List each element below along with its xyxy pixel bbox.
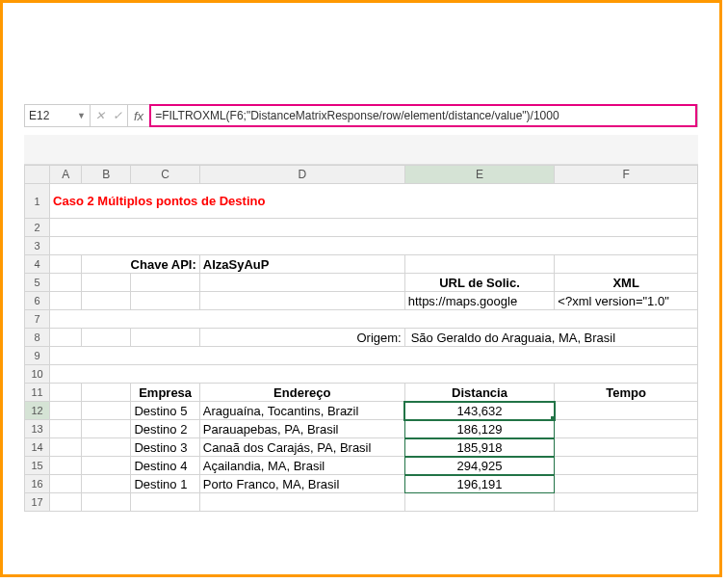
cell-empresa[interactable]: Destino 3 <box>131 438 199 457</box>
row-header-2[interactable]: 2 <box>25 219 50 237</box>
row-header-1[interactable]: 1 <box>25 184 50 219</box>
formula-enter-icon[interactable]: ✓ <box>113 109 122 122</box>
row-header-12[interactable]: 12 <box>25 402 50 420</box>
cell-endereco[interactable]: Araguaína, Tocantins, Brazil <box>199 402 404 420</box>
cell-empresa[interactable]: Destino 4 <box>131 457 199 475</box>
row-11-headers: 11 Empresa Endereço Distancia Tempo <box>25 384 698 402</box>
th-distancia[interactable]: Distancia <box>404 384 555 402</box>
col-header-F[interactable]: F <box>555 166 698 184</box>
sheet-title[interactable]: Caso 2 Múltiplos pontos de Destino <box>50 184 698 219</box>
row-header-14[interactable]: 14 <box>25 438 50 457</box>
th-endereco[interactable]: Endereço <box>199 384 404 402</box>
cell-distancia[interactable]: 185,918 <box>404 438 555 457</box>
col-header-D[interactable]: D <box>199 166 404 184</box>
cell-endereco[interactable]: Porto Franco, MA, Brasil <box>199 475 404 493</box>
ribbon-gap <box>24 135 698 165</box>
row-header-11[interactable]: 11 <box>25 384 50 402</box>
fill-handle-icon[interactable] <box>551 416 555 420</box>
formula-input[interactable]: =FILTROXML(F6;"DistanceMatrixResponse/ro… <box>149 104 697 127</box>
formula-cancel-icon[interactable]: ✕ <box>95 109 105 122</box>
cell-empresa[interactable]: Destino 2 <box>131 420 199 438</box>
api-key[interactable]: AIzaSyAuP <box>199 255 404 274</box>
cell-endereco[interactable]: Parauapebas, PA, Brasil <box>199 420 404 438</box>
xml-header[interactable]: XML <box>555 274 698 292</box>
row-1: 1 Caso 2 Múltiplos pontos de Destino <box>25 184 698 219</box>
table-row: 12 Destino 5 Araguaína, Tocantins, Brazi… <box>25 402 698 420</box>
formula-buttons: ✕ ✓ <box>91 105 128 126</box>
row-header-6[interactable]: 6 <box>25 292 50 310</box>
name-box-dropdown-icon[interactable]: ▼ <box>77 111 86 120</box>
cell-distancia[interactable]: 196,191 <box>404 475 555 493</box>
row-4: 4 Chave API: AIzaSyAuP <box>25 255 698 274</box>
col-header-A[interactable]: A <box>50 166 82 184</box>
cell-distancia[interactable]: 294,925 <box>404 457 555 475</box>
row-header-13[interactable]: 13 <box>25 420 50 438</box>
col-header-C[interactable]: C <box>131 166 199 184</box>
cell-tempo[interactable] <box>555 475 698 493</box>
cell-tempo[interactable] <box>555 457 698 475</box>
row-5: 5 URL de Solic. XML <box>25 274 698 292</box>
row-header-9[interactable]: 9 <box>25 347 50 365</box>
formula-bar: E12 ▼ ✕ ✓ fx =FILTROXML(F6;"DistanceMatr… <box>24 104 698 127</box>
cell-tempo[interactable] <box>555 420 698 438</box>
cell-endereco[interactable]: Açailandia, MA, Brasil <box>199 457 404 475</box>
col-header-B[interactable]: B <box>82 166 131 184</box>
row-header-10[interactable]: 10 <box>25 365 50 384</box>
table-row: 16 Destino 1 Porto Franco, MA, Brasil 19… <box>25 475 698 493</box>
cell-endereco[interactable]: Canaã dos Carajás, PA, Brasil <box>199 438 404 457</box>
name-box[interactable]: E12 ▼ <box>25 105 91 126</box>
row-header-15[interactable]: 15 <box>25 457 50 475</box>
row-6: 6 https://maps.google <?xml version="1.0… <box>25 292 698 310</box>
row-header-5[interactable]: 5 <box>25 274 50 292</box>
cell-distancia-selected[interactable]: 143,632 <box>404 402 555 420</box>
cell-tempo[interactable] <box>555 438 698 457</box>
cell-empresa[interactable]: Destino 1 <box>131 475 199 493</box>
url-value[interactable]: https://maps.google <box>404 292 555 310</box>
select-all-corner[interactable] <box>25 166 50 184</box>
th-tempo[interactable]: Tempo <box>555 384 698 402</box>
row-header-4[interactable]: 4 <box>25 255 50 274</box>
window-frame: E12 ▼ ✕ ✓ fx =FILTROXML(F6;"DistanceMatr… <box>0 0 722 577</box>
row-header-7[interactable]: 7 <box>25 310 50 329</box>
spreadsheet-grid[interactable]: A B C D E F 1 Caso 2 Múltiplos pontos de… <box>24 165 698 512</box>
row-8: 8 Origem: São Geraldo do Araguaia, MA, B… <box>25 329 698 347</box>
cell-empresa[interactable]: Destino 5 <box>131 402 199 420</box>
name-box-text: E12 <box>29 109 77 122</box>
row-header-3[interactable]: 3 <box>25 237 50 255</box>
row-header-8[interactable]: 8 <box>25 329 50 347</box>
table-row: 13 Destino 2 Parauapebas, PA, Brasil 186… <box>25 420 698 438</box>
cell-distancia[interactable]: 186,129 <box>404 420 555 438</box>
table-row: 14 Destino 3 Canaã dos Carajás, PA, Bras… <box>25 438 698 457</box>
column-headers: A B C D E F <box>25 166 698 184</box>
table-row: 15 Destino 4 Açailandia, MA, Brasil 294,… <box>25 457 698 475</box>
url-header[interactable]: URL de Solic. <box>404 274 555 292</box>
origem-value[interactable]: São Geraldo do Araguaia, MA, Brasil <box>404 329 697 347</box>
th-empresa[interactable]: Empresa <box>131 384 199 402</box>
api-label[interactable]: Chave API: <box>82 255 200 274</box>
xml-value[interactable]: <?xml version="1.0" <box>555 292 698 310</box>
cell-tempo[interactable] <box>555 402 698 420</box>
origem-label[interactable]: Origem: <box>199 329 404 347</box>
row-header-17[interactable]: 17 <box>25 493 50 512</box>
row-header-16[interactable]: 16 <box>25 475 50 493</box>
fx-icon[interactable]: fx <box>128 109 149 123</box>
content-area: E12 ▼ ✕ ✓ fx =FILTROXML(F6;"DistanceMatr… <box>24 104 698 512</box>
col-header-E[interactable]: E <box>404 166 555 184</box>
